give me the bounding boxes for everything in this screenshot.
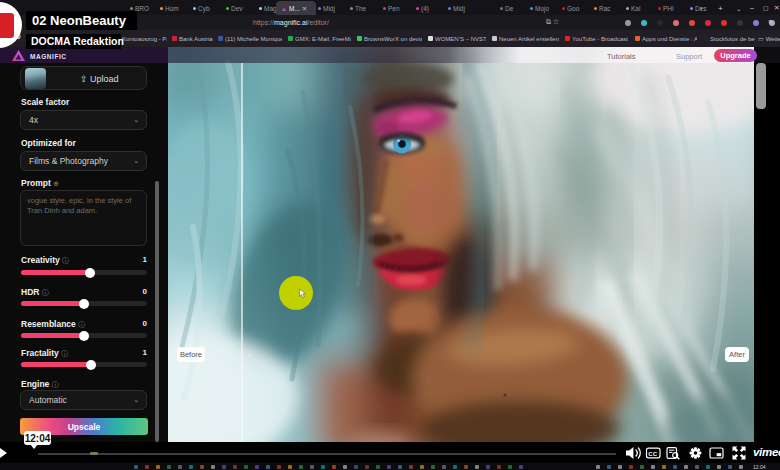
svg-text:‹: ‹ bbox=[230, 350, 233, 360]
svg-text:›: › bbox=[248, 350, 251, 360]
svg-text:CC: CC bbox=[648, 451, 657, 457]
